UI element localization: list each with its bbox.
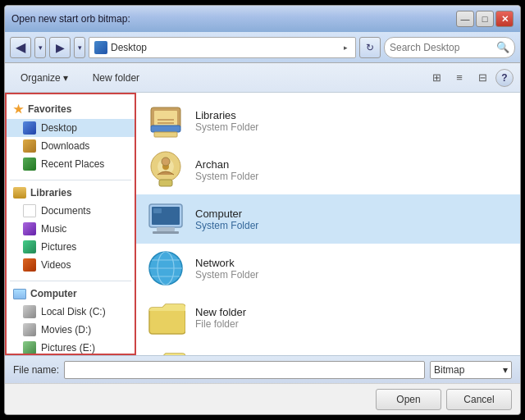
documents-label: Documents	[41, 205, 91, 217]
sidebar: ★ Favorites Desktop Downloads Recent Pla…	[5, 93, 136, 355]
buttons-bar: Open Cancel	[5, 383, 520, 414]
sidebar-item-pictures[interactable]: Pictures	[7, 238, 135, 256]
maximize-button[interactable]: □	[476, 11, 494, 27]
desktop-icon	[23, 121, 36, 135]
view-details-button[interactable]: ⊞	[427, 68, 446, 88]
new-folder-label: New folder	[93, 72, 139, 84]
computer-name: Computer	[195, 208, 510, 220]
local-disk-icon	[23, 305, 36, 318]
address-bar: ◀ ▾ ▶ ▾ Desktop ▸ ↻ 🔍	[5, 32, 520, 63]
view-tiles-button[interactable]: ⊟	[472, 68, 492, 88]
recent-places-icon	[23, 158, 36, 171]
back-dropdown[interactable]: ▾	[34, 37, 46, 58]
go-button[interactable]: ↻	[359, 37, 381, 58]
pictures-label: Pictures	[41, 241, 76, 253]
computer-label: Computer	[30, 288, 77, 299]
svg-rect-2	[151, 126, 180, 132]
open-button[interactable]: Open	[376, 389, 441, 410]
file-item-new-folder-2[interactable]: New folder (2) File folder	[136, 342, 520, 355]
filetype-label: Bitmap	[434, 364, 464, 376]
address-text: Desktop	[111, 42, 337, 53]
network-type: System Folder	[195, 269, 510, 281]
sidebar-favorites-header: ★ Favorites	[7, 99, 135, 119]
forward-button[interactable]: ▶	[49, 37, 71, 58]
pictures-e-label: Pictures (E:)	[41, 342, 95, 354]
svg-rect-14	[153, 231, 179, 234]
computer-type: System Folder	[195, 220, 510, 231]
address-dropdown-arrow[interactable]: ▸	[340, 43, 350, 52]
svg-rect-15	[153, 208, 162, 213]
help-button[interactable]: ?	[495, 69, 514, 87]
sidebar-item-movies[interactable]: Movies (D:)	[7, 321, 135, 339]
new-folder-button[interactable]: New folder	[84, 66, 148, 89]
dialog-title: Open new start orb bitmap:	[11, 13, 130, 25]
search-icon: 🔍	[496, 41, 509, 53]
archan-info: Archan System Folder	[195, 158, 510, 182]
sidebar-computer-header: Computer	[7, 285, 135, 303]
sidebar-item-videos[interactable]: Videos	[7, 256, 135, 274]
sidebar-item-downloads[interactable]: Downloads	[7, 137, 135, 155]
filename-label: File name:	[13, 364, 59, 376]
local-disk-label: Local Disk (C:)	[41, 306, 106, 317]
sidebar-item-pictures-e[interactable]: Pictures (E:)	[7, 339, 135, 355]
svg-rect-5	[154, 132, 177, 137]
address-location-icon	[94, 41, 107, 54]
organize-button[interactable]: Organize ▾	[11, 66, 77, 89]
filetype-dropdown[interactable]: Bitmap ▾	[430, 361, 512, 379]
sidebar-item-documents[interactable]: Documents	[7, 202, 135, 220]
new-folder-name: New folder	[195, 306, 510, 318]
network-info: Network System Folder	[195, 257, 510, 281]
toolbar-right: ⊞ ≡ ⊟ ?	[427, 68, 514, 88]
network-large-icon	[146, 249, 185, 288]
libraries-large-icon	[146, 101, 185, 140]
computer-small-icon	[13, 289, 26, 299]
archan-large-icon	[146, 150, 185, 189]
sidebar-item-recent-places[interactable]: Recent Places	[7, 155, 135, 173]
filename-input[interactable]	[64, 361, 425, 379]
downloads-icon	[23, 139, 36, 153]
svg-rect-13	[157, 227, 175, 231]
sidebar-libraries-header: Libraries	[7, 184, 135, 202]
svg-rect-4	[158, 122, 174, 124]
search-box[interactable]: 🔍	[384, 37, 515, 58]
file-item-network[interactable]: Network System Folder	[136, 244, 520, 293]
svg-rect-3	[158, 119, 174, 121]
file-item-new-folder[interactable]: New folder File folder	[136, 293, 520, 342]
main-content: ★ Favorites Desktop Downloads Recent Pla…	[5, 93, 520, 355]
favorites-label: Favorites	[28, 103, 71, 115]
file-item-computer[interactable]: Computer System Folder	[136, 194, 520, 244]
svg-point-10	[162, 158, 170, 166]
title-bar: Open new start orb bitmap: — □ ✕	[5, 6, 520, 32]
movies-label: Movies (D:)	[41, 324, 91, 336]
libraries-folder-icon	[13, 187, 26, 199]
back-button[interactable]: ◀	[10, 37, 31, 58]
sidebar-item-local-disk[interactable]: Local Disk (C:)	[7, 303, 135, 321]
sidebar-section-libraries: Libraries Documents Music Pictures Video…	[7, 184, 135, 274]
file-item-archan[interactable]: Archan System Folder	[136, 145, 520, 194]
svg-rect-9	[159, 180, 172, 186]
downloads-label: Downloads	[41, 140, 89, 152]
libraries-name: Libraries	[195, 109, 510, 121]
favorites-star-icon: ★	[13, 103, 24, 116]
archan-type: System Folder	[195, 171, 510, 182]
address-box: Desktop ▸	[89, 37, 356, 58]
file-item-libraries[interactable]: Libraries System Folder	[136, 96, 520, 145]
close-button[interactable]: ✕	[495, 11, 514, 27]
music-icon	[23, 222, 36, 235]
pictures-icon	[23, 240, 36, 253]
cancel-button[interactable]: Cancel	[446, 389, 512, 410]
sidebar-section-computer: Computer Local Disk (C:) Movies (D:) Pic…	[7, 285, 135, 355]
sidebar-item-desktop[interactable]: Desktop	[7, 119, 135, 137]
libraries-label: Libraries	[30, 187, 72, 199]
desktop-label: Desktop	[41, 122, 77, 134]
sidebar-item-music[interactable]: Music	[7, 220, 135, 238]
network-name: Network	[195, 257, 510, 269]
sidebar-section-favorites: ★ Favorites Desktop Downloads Recent Pla…	[7, 99, 135, 173]
view-list-button[interactable]: ≡	[450, 68, 469, 88]
sidebar-divider-1	[10, 180, 131, 180]
search-input[interactable]	[390, 42, 493, 53]
organize-arrow: ▾	[63, 72, 68, 84]
filetype-dropdown-arrow: ▾	[503, 364, 508, 376]
forward-dropdown[interactable]: ▾	[74, 37, 85, 58]
minimize-button[interactable]: —	[456, 11, 474, 27]
